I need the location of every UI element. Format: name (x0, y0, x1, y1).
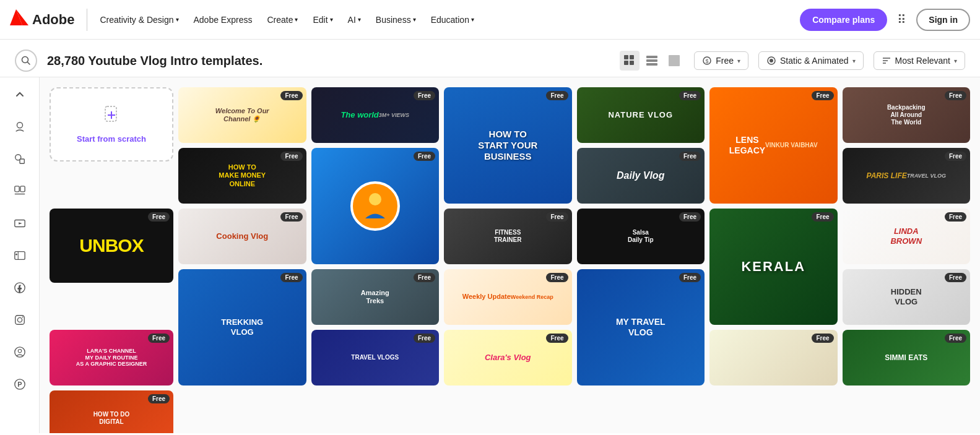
template-card[interactable]: Free HOW TO DODIGITAL (50, 390, 173, 433)
unbox-template-card[interactable]: Free UNBOX (50, 209, 173, 283)
template-card[interactable]: Free (311, 148, 440, 264)
sidebar-item-characters[interactable] (5, 176, 35, 206)
template-card[interactable]: Free NATURE VLOG (577, 87, 705, 143)
template-card[interactable]: Free Welcome To OurChannel 🌻 (178, 87, 306, 143)
nav-divider (87, 9, 87, 31)
sidebar-item-media[interactable] (5, 209, 35, 238)
svg-text:$: $ (706, 58, 709, 64)
apps-grid-icon[interactable]: ⠿ (897, 12, 906, 27)
id-card-icon (14, 346, 26, 358)
template-card[interactable]: Free MY TRAVELVLOG (577, 269, 705, 385)
large-grid-icon (669, 55, 680, 66)
svg-rect-8 (646, 56, 657, 58)
sidebar-item-facebook[interactable] (5, 273, 35, 303)
svg-point-15 (770, 59, 773, 62)
facebook-icon (14, 282, 26, 294)
media-icon (14, 217, 26, 230)
nav-ai[interactable]: AI ▾ (343, 15, 366, 25)
sign-in-button[interactable]: Sign in (916, 9, 970, 31)
svg-rect-22 (14, 186, 19, 192)
list-view-button[interactable] (642, 51, 662, 71)
adobe-logo-text: Adobe (32, 12, 74, 28)
template-card[interactable]: Free LENSLEGACYVINKUR VAIBHAV (709, 87, 838, 204)
template-card[interactable]: Free KERALA (709, 209, 838, 325)
template-card[interactable]: Free HIDDENVLOG (843, 269, 971, 325)
chevron-down-icon: ▾ (330, 16, 333, 23)
template-card[interactable]: Free TREKKINGVLOG (178, 269, 306, 385)
free-badge: Free (679, 273, 701, 282)
sidebar-collapse-button[interactable] (10, 85, 30, 105)
svg-marker-26 (19, 222, 22, 225)
template-card[interactable]: Free (709, 330, 838, 385)
chevron-down-icon: ▾ (295, 16, 298, 23)
svg-text:P: P (17, 381, 22, 388)
template-card[interactable]: Free Clara's Vlog (444, 330, 572, 385)
svg-rect-11 (669, 55, 680, 66)
sort-filter-dropdown[interactable]: Most Relevant ▾ (874, 51, 965, 70)
nav-edit[interactable]: Edit ▾ (308, 15, 337, 25)
template-card[interactable]: Free SIMMI EATS (843, 330, 971, 385)
free-badge: Free (945, 212, 966, 222)
chevron-down-icon: ▾ (954, 58, 957, 64)
svg-point-19 (17, 123, 22, 128)
sidebar-item-shapes[interactable] (5, 144, 35, 174)
chevron-down-icon: ▾ (852, 58, 856, 64)
svg-rect-21 (20, 159, 24, 163)
chevron-down-icon: ▾ (176, 16, 179, 23)
nav-create[interactable]: Create ▾ (262, 15, 303, 25)
template-card[interactable]: Free HOW TOMAKE MONEYONLINE (178, 148, 306, 204)
large-view-button[interactable] (664, 51, 684, 71)
free-badge: Free (812, 334, 833, 343)
nav-education[interactable]: Education ▾ (426, 15, 479, 25)
template-card[interactable]: Free FITNESSTRAINER (444, 209, 572, 264)
view-toggle-group (620, 51, 684, 71)
sidebar-item-pinterest[interactable]: P (5, 369, 35, 399)
free-badge: Free (546, 212, 568, 222)
sidebar-item-id-card[interactable] (5, 337, 35, 367)
template-card[interactable]: Free LINDABROWN (843, 209, 971, 264)
sidebar-item-instagram[interactable] (5, 305, 35, 335)
profile-icon (14, 249, 26, 262)
free-badge: Free (414, 91, 435, 100)
type-filter-dropdown[interactable]: Static & Animated ▾ (758, 51, 864, 70)
price-filter-icon: $ (702, 56, 712, 66)
sidebar-item-brand[interactable] (5, 112, 35, 142)
free-badge: Free (414, 152, 435, 161)
template-card[interactable]: Free Cooking Vlog (178, 209, 306, 264)
logo[interactable]: Adobe (10, 9, 74, 30)
free-badge: Free (546, 91, 568, 100)
template-card[interactable]: Free LARA'S CHANNELMY DAILY ROUTINEAS A … (50, 330, 173, 385)
price-filter-dropdown[interactable]: $ Free ▾ (694, 51, 748, 70)
free-badge: Free (280, 91, 302, 100)
start-from-scratch-card[interactable]: Start from scratch (50, 87, 173, 162)
template-card[interactable]: Free TRAVEL VLOGS (311, 330, 440, 385)
free-badge: Free (148, 394, 170, 403)
nav-creativity-design[interactable]: Creativity & Design ▾ (95, 15, 183, 25)
search-icon-button[interactable] (15, 50, 37, 72)
template-card[interactable]: Free Weekly UpdateWeekend Recap (444, 269, 572, 325)
svg-rect-27 (14, 252, 24, 260)
unbox-text: UNBOX (79, 235, 143, 256)
sidebar: P (0, 77, 40, 433)
svg-rect-9 (646, 59, 657, 62)
sort-icon (882, 56, 891, 66)
template-card[interactable]: Free HOW TOSTART YOURBUSINESS (444, 87, 572, 204)
sidebar-item-profile[interactable] (5, 241, 35, 270)
nav-adobe-express[interactable]: Adobe Express (189, 15, 258, 25)
chevron-down-icon: ▾ (413, 16, 416, 23)
svg-point-32 (17, 317, 22, 322)
nav-business[interactable]: Business ▾ (371, 15, 421, 25)
compare-plans-button[interactable]: Compare plans (800, 9, 887, 31)
template-card[interactable]: Free The world3M+ VIEWS (311, 87, 440, 143)
template-card[interactable]: Free Daily Vlog (577, 148, 705, 204)
chevron-down-icon: ▾ (737, 58, 740, 64)
template-card[interactable]: Free AmazingTreks (311, 269, 440, 325)
template-card[interactable]: Free SalsaDaily Tip (577, 209, 705, 264)
search-area: 28,780 Youtube Vlog Intro templates. (0, 40, 980, 77)
grid-view-button[interactable] (620, 51, 640, 71)
template-card[interactable]: Free PARIS LIFETRAVEL VLOG (843, 148, 971, 204)
shapes-icon (14, 153, 26, 165)
brand-icon (14, 121, 26, 133)
free-badge: Free (945, 152, 966, 161)
template-card[interactable]: Free BackpackingAll AroundThe World (843, 87, 971, 143)
